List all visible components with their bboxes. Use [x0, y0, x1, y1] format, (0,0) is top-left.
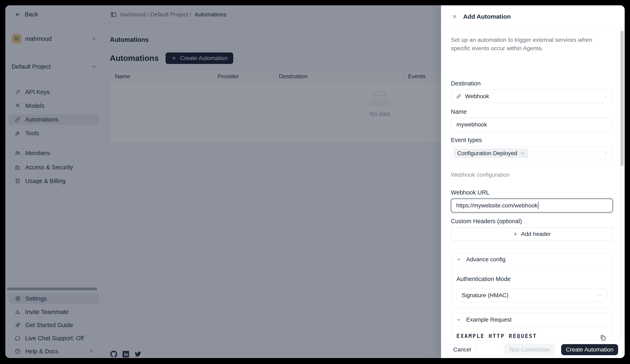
auth-mode-value: Signature (HMAC) [462, 292, 508, 298]
link-icon [456, 94, 461, 99]
event-type-tag-label: Configuration Deployed [457, 150, 517, 156]
divider [451, 248, 613, 249]
auth-mode-select[interactable]: Signature (HMAC) [456, 288, 607, 302]
chevron-down-icon [456, 318, 461, 322]
drawer-header: Add Automation [441, 5, 625, 28]
advance-config-toggle[interactable]: Advance config [451, 252, 612, 267]
auth-mode-label: Authentication Mode [456, 276, 607, 282]
drawer-body: Set up an automation to trigger external… [451, 28, 613, 340]
webhook-url-label: Webhook URL [451, 189, 490, 196]
name-label: Name [451, 108, 467, 115]
destination-label: Destination [451, 80, 480, 87]
add-header-button[interactable]: Add header [451, 227, 613, 241]
drawer-title: Add Automation [463, 13, 511, 20]
webhook-config-section-title: Webhook configuration [451, 172, 510, 178]
webhook-url-value: https://mywebsite.com/webhook [456, 202, 538, 209]
close-icon[interactable] [452, 14, 458, 20]
chevron-down-icon [598, 293, 602, 298]
advance-config-card: Advance config Authentication Mode Signa… [451, 252, 613, 308]
tag-close-icon[interactable] [520, 151, 525, 156]
event-types-select[interactable]: Configuration Deployed [451, 146, 613, 160]
add-header-label: Add header [521, 231, 551, 237]
plus-icon [513, 232, 518, 236]
create-automation-submit-button[interactable]: Create Automation [561, 344, 618, 355]
add-automation-drawer: Add Automation Set up an automation to t… [441, 5, 625, 358]
drawer-description: Set up an automation to trigger external… [451, 36, 596, 52]
drawer-scrollbar-track[interactable] [619, 28, 625, 340]
destination-value: Webhook [465, 93, 489, 100]
test-connection-button[interactable]: Test Connection [504, 344, 554, 355]
chevron-down-icon [456, 257, 461, 262]
destination-select[interactable]: Webhook [451, 90, 613, 103]
name-input[interactable] [451, 118, 613, 132]
webhook-url-input[interactable]: https://mywebsite.com/webhook [451, 198, 613, 212]
chevron-down-icon [603, 151, 608, 156]
text-caret [538, 202, 538, 209]
code-block-label: EXAMPLE HTTP REQUEST [456, 333, 537, 339]
event-type-tag: Configuration Deployed [454, 148, 528, 158]
custom-headers-label: Custom Headers (optional) [451, 218, 522, 225]
drawer-footer: Cancel Test Connection Create Automation [441, 340, 625, 358]
drawer-scrollbar-thumb[interactable] [620, 31, 624, 166]
app-window: Back mahmoud / Default Project / Automat… [5, 5, 625, 358]
copy-icon[interactable] [600, 334, 606, 341]
example-request-title: Example Request [466, 316, 512, 323]
cancel-button[interactable]: Cancel [448, 344, 477, 355]
event-types-label: Event types [451, 137, 482, 144]
chevron-down-icon [603, 94, 608, 98]
advance-config-title: Advance config [466, 256, 506, 263]
screen: Back mahmoud / Default Project / Automat… [0, 0, 630, 364]
example-request-toggle[interactable]: Example Request [451, 313, 612, 327]
